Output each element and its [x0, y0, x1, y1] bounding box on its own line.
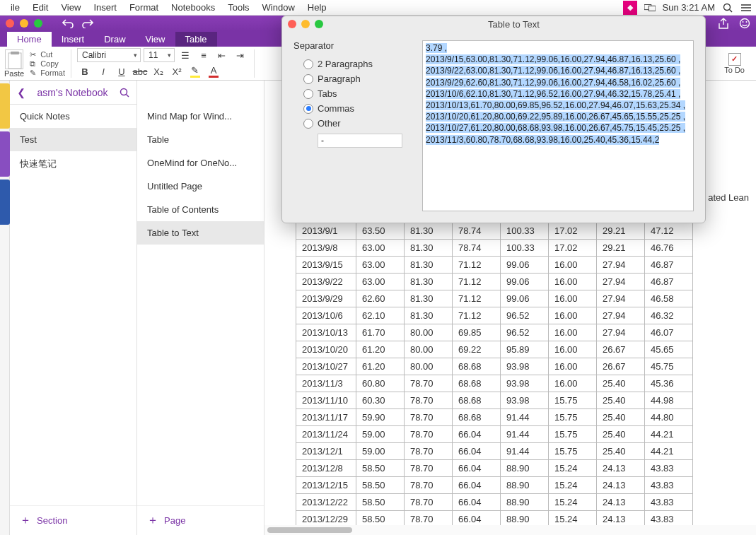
table-cell[interactable]: 43.83 — [645, 477, 693, 494]
table-cell[interactable]: 91.44 — [501, 443, 549, 460]
table-cell[interactable]: 27.94 — [597, 274, 645, 290]
table-cell[interactable]: 16.00 — [549, 274, 597, 290]
radio-commas[interactable]: Commas — [293, 101, 414, 116]
table-cell[interactable]: 2013/12/1 — [296, 443, 356, 460]
table-cell[interactable]: 25.40 — [597, 375, 645, 392]
horizontal-scrollbar[interactable] — [264, 525, 756, 535]
bullets-button[interactable]: ☰ — [178, 48, 193, 62]
radio-tabs[interactable]: Tabs — [293, 86, 414, 101]
table-cell[interactable]: 2013/10/13 — [296, 324, 356, 341]
traffic-zoom[interactable] — [34, 19, 42, 28]
menu-edit[interactable]: Edit — [26, 2, 54, 13]
table-cell[interactable]: 78.74 — [453, 240, 501, 257]
undo-icon[interactable] — [62, 18, 74, 28]
table-cell[interactable]: 27.94 — [597, 324, 645, 341]
table-cell[interactable]: 99.06 — [501, 257, 549, 274]
table-cell[interactable]: 16.00 — [549, 324, 597, 341]
table-cell[interactable]: 44.21 — [645, 443, 693, 460]
ruby-menubar-icon[interactable]: ◆ — [623, 1, 637, 15]
menu-notebooks[interactable]: Notebooks — [165, 2, 221, 13]
traffic-minimize[interactable] — [20, 19, 28, 28]
underline-button[interactable]: U — [114, 64, 129, 78]
table-row[interactable]: 2013/10/2761.2080.0068.6893.9816.0026.67… — [296, 358, 693, 375]
table-cell[interactable]: 96.52 — [501, 324, 549, 341]
table-row[interactable]: 2013/12/858.5078.7066.0488.9015.2424.134… — [296, 460, 693, 477]
menu-help[interactable]: Help — [301, 2, 333, 13]
table-row[interactable]: 2013/9/163.5081.3078.74100.3317.0229.214… — [296, 223, 693, 240]
table-cell[interactable]: 46.07 — [645, 324, 693, 341]
table-cell[interactable]: 29.21 — [597, 223, 645, 240]
table-cell[interactable]: 15.24 — [549, 477, 597, 494]
table-row[interactable]: 2013/9/2962.6081.3071.1299.0616.0027.944… — [296, 290, 693, 307]
table-cell[interactable]: 95.89 — [501, 341, 549, 358]
highlight-button[interactable]: ✎ — [187, 64, 203, 78]
table-cell[interactable]: 46.87 — [645, 274, 693, 290]
table-cell[interactable]: 15.75 — [549, 443, 597, 460]
table-row[interactable]: 2013/9/1563.0081.3071.1299.0616.0027.944… — [296, 257, 693, 274]
table-cell[interactable]: 2013/9/22 — [296, 274, 356, 290]
table-cell[interactable]: 27.94 — [597, 290, 645, 307]
todo-tag-button[interactable]: ✓ To Do — [717, 53, 752, 74]
table-cell[interactable]: 44.80 — [645, 409, 693, 426]
table-row[interactable]: 2013/10/1361.7080.0069.8596.5216.0027.94… — [296, 324, 693, 341]
table-cell[interactable]: 16.00 — [549, 341, 597, 358]
table-cell[interactable]: 78.70 — [405, 494, 453, 511]
table-cell[interactable]: 15.75 — [549, 392, 597, 409]
table-cell[interactable]: 61.20 — [356, 341, 405, 358]
table-cell[interactable]: 91.44 — [501, 409, 549, 426]
table-cell[interactable]: 25.40 — [597, 443, 645, 460]
table-cell[interactable]: 25.40 — [597, 426, 645, 443]
tab-table[interactable]: Table — [175, 32, 217, 47]
table-cell[interactable]: 2013/12/22 — [296, 494, 356, 511]
table-cell[interactable]: 81.30 — [405, 240, 453, 257]
table-cell[interactable]: 99.06 — [501, 274, 549, 290]
table-cell[interactable]: 58.50 — [356, 477, 405, 494]
table-cell[interactable]: 16.00 — [549, 358, 597, 375]
table-cell[interactable]: 88.90 — [501, 477, 549, 494]
table-cell[interactable]: 78.70 — [405, 392, 453, 409]
table-cell[interactable]: 78.70 — [405, 409, 453, 426]
table-cell[interactable]: 45.65 — [645, 341, 693, 358]
table-cell[interactable]: 45.36 — [645, 375, 693, 392]
table-cell[interactable]: 16.00 — [549, 307, 597, 324]
table-cell[interactable]: 88.90 — [501, 494, 549, 511]
table-row[interactable]: 2013/11/1060.3078.7068.6893.9815.7525.40… — [296, 392, 693, 409]
page-table[interactable]: Table — [137, 128, 264, 151]
table-cell[interactable]: 60.30 — [356, 392, 405, 409]
data-table[interactable]: 2013/9/163.5081.3078.74100.3317.0229.214… — [296, 222, 693, 528]
table-cell[interactable]: 81.30 — [405, 307, 453, 324]
page-table-to-text[interactable]: Table to Text — [137, 221, 264, 245]
add-section-button[interactable]: ＋Section — [10, 505, 136, 535]
table-cell[interactable]: 26.67 — [597, 341, 645, 358]
section-test[interactable]: Test — [10, 128, 136, 151]
table-cell[interactable]: 29.21 — [597, 240, 645, 257]
font-name-select[interactable]: Calibri — [77, 48, 141, 62]
dialog-minimize[interactable] — [301, 20, 310, 28]
cut-button[interactable]: ✂Cut — [30, 50, 65, 59]
table-cell[interactable]: 47.12 — [645, 223, 693, 240]
table-cell[interactable]: 44.98 — [645, 392, 693, 409]
table-cell[interactable]: 78.70 — [405, 426, 453, 443]
preview-box[interactable]: 3.79 , 2013/9/15,63.00,81.30,71.12,99.06… — [422, 40, 694, 211]
table-cell[interactable]: 93.98 — [501, 375, 549, 392]
menu-format[interactable]: Format — [123, 2, 165, 13]
table-cell[interactable]: 78.70 — [405, 460, 453, 477]
table-cell[interactable]: 66.04 — [453, 460, 501, 477]
table-cell[interactable]: 63.00 — [356, 240, 405, 257]
tab-draw[interactable]: Draw — [94, 32, 135, 47]
table-cell[interactable]: 91.44 — [501, 426, 549, 443]
table-cell[interactable]: 2013/11/10 — [296, 392, 356, 409]
table-cell[interactable]: 71.12 — [453, 274, 501, 290]
table-cell[interactable]: 43.83 — [645, 494, 693, 511]
table-cell[interactable]: 68.68 — [453, 392, 501, 409]
table-cell[interactable]: 2013/11/17 — [296, 409, 356, 426]
menubar-clock[interactable]: Sun 3:21 AM — [663, 2, 715, 13]
table-cell[interactable]: 27.94 — [597, 257, 645, 274]
table-cell[interactable]: 69.85 — [453, 324, 501, 341]
radio-2-paragraphs[interactable]: 2 Paragraphs — [293, 57, 414, 71]
tab-insert[interactable]: Insert — [52, 32, 95, 47]
displays-icon[interactable] — [644, 2, 656, 13]
menu-view[interactable]: View — [54, 2, 87, 13]
table-cell[interactable]: 24.13 — [597, 477, 645, 494]
spotlight-icon[interactable] — [722, 2, 733, 13]
